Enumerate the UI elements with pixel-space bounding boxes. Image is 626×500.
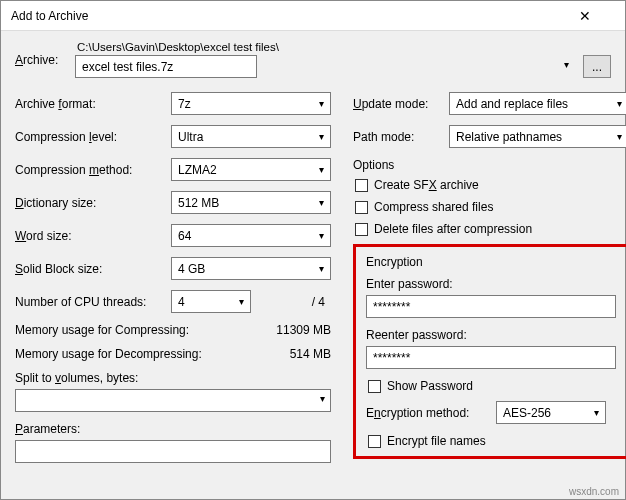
- split-volumes-label: Split to volumes, bytes:: [15, 371, 331, 385]
- shared-checkbox-label: Compress shared files: [374, 200, 493, 214]
- parameters-input[interactable]: [15, 440, 331, 463]
- path-mode-select[interactable]: Relative pathnames ▾: [449, 125, 626, 148]
- dictionary-size-select[interactable]: 512 MB ▾: [171, 191, 331, 214]
- update-mode-label: Update mode:: [353, 97, 441, 111]
- columns: Archive format: 7z ▾ Compression level: …: [15, 92, 611, 463]
- window-title: Add to Archive: [11, 9, 579, 23]
- mem-compress-value: 11309 MB: [247, 323, 331, 337]
- archive-format-value: 7z: [178, 97, 191, 111]
- parameters-label: Parameters:: [15, 422, 331, 436]
- compression-method-value: LZMA2: [178, 163, 217, 177]
- path-mode-value: Relative pathnames: [456, 130, 562, 144]
- split-volumes-input[interactable]: [15, 389, 331, 412]
- mem-decompress-value: 514 MB: [247, 347, 331, 361]
- shared-checkbox[interactable]: [355, 201, 368, 214]
- enter-password-label: Enter password:: [366, 277, 616, 291]
- chevron-down-icon: ▾: [239, 296, 244, 307]
- path-mode-label: Path mode:: [353, 130, 441, 144]
- encryption-group: Encryption Enter password: Reenter passw…: [353, 244, 626, 459]
- update-mode-select[interactable]: Add and replace files ▾: [449, 92, 626, 115]
- archive-filename-input[interactable]: [75, 55, 257, 78]
- chevron-down-icon: ▾: [319, 164, 324, 175]
- delete-checkbox-label: Delete files after compression: [374, 222, 532, 236]
- chevron-down-icon: ▾: [319, 263, 324, 274]
- chevron-down-icon: ▾: [319, 131, 324, 142]
- chevron-down-icon: ▾: [564, 59, 569, 70]
- mem-decompress-label: Memory usage for Decompressing:: [15, 347, 202, 361]
- word-size-select[interactable]: 64 ▾: [171, 224, 331, 247]
- encryption-method-label: Encryption method:: [366, 406, 486, 420]
- sfx-checkbox-label: Create SFX archive: [374, 178, 479, 192]
- archive-filename-wrap: ▾: [75, 55, 575, 78]
- encrypt-filenames-checkbox[interactable]: [368, 435, 381, 448]
- browse-button[interactable]: ...: [583, 55, 611, 78]
- dialog-window: Add to Archive ✕ Archive: C:\Users\Gavin…: [0, 0, 626, 500]
- solid-block-size-select[interactable]: 4 GB ▾: [171, 257, 331, 280]
- archive-path-text: C:\Users\Gavin\Desktop\excel test files\: [75, 41, 611, 53]
- chevron-down-icon: ▾: [319, 98, 324, 109]
- compression-level-label: Compression level:: [15, 130, 163, 144]
- compression-level-select[interactable]: Ultra ▾: [171, 125, 331, 148]
- compression-method-label: Compression method:: [15, 163, 163, 177]
- encryption-method-select[interactable]: AES-256 ▾: [496, 401, 606, 424]
- chevron-down-icon: ▾: [617, 98, 622, 109]
- titlebar: Add to Archive ✕: [1, 1, 625, 31]
- cpu-threads-total: / 4: [257, 295, 325, 309]
- archive-format-select[interactable]: 7z ▾: [171, 92, 331, 115]
- show-password-label: Show Password: [387, 379, 473, 393]
- options-group-title: Options: [353, 158, 626, 172]
- delete-checkbox[interactable]: [355, 223, 368, 236]
- chevron-down-icon: ▾: [319, 197, 324, 208]
- compression-level-value: Ultra: [178, 130, 203, 144]
- chevron-down-icon: ▾: [594, 407, 599, 418]
- right-column: Update mode: Add and replace files ▾ Pat…: [353, 92, 626, 463]
- encrypt-filenames-label: Encrypt file names: [387, 434, 486, 448]
- update-mode-value: Add and replace files: [456, 97, 568, 111]
- close-icon: ✕: [579, 8, 625, 24]
- dictionary-size-value: 512 MB: [178, 196, 219, 210]
- archive-format-label: Archive format:: [15, 97, 163, 111]
- compression-method-select[interactable]: LZMA2 ▾: [171, 158, 331, 181]
- close-button[interactable]: ✕: [579, 1, 625, 31]
- dictionary-size-label: Dictionary size:: [15, 196, 163, 210]
- chevron-down-icon: ▾: [319, 230, 324, 241]
- ellipsis-icon: ...: [592, 60, 602, 74]
- sfx-checkbox[interactable]: [355, 179, 368, 192]
- dialog-content: Archive: C:\Users\Gavin\Desktop\excel te…: [1, 31, 625, 499]
- archive-right: C:\Users\Gavin\Desktop\excel test files\…: [75, 41, 611, 78]
- cpu-threads-value: 4: [178, 295, 185, 309]
- word-size-label: Word size:: [15, 229, 163, 243]
- archive-row: Archive: C:\Users\Gavin\Desktop\excel te…: [15, 41, 611, 78]
- chevron-down-icon: ▾: [617, 131, 622, 142]
- solid-block-size-label: Solid Block size:: [15, 262, 163, 276]
- encryption-title: Encryption: [366, 255, 616, 269]
- watermark-text: wsxdn.com: [569, 486, 619, 497]
- word-size-value: 64: [178, 229, 191, 243]
- mem-compress-label: Memory usage for Compressing:: [15, 323, 189, 337]
- left-column: Archive format: 7z ▾ Compression level: …: [15, 92, 331, 463]
- solid-block-size-value: 4 GB: [178, 262, 205, 276]
- archive-label: Archive:: [15, 41, 65, 67]
- reenter-password-input[interactable]: [366, 346, 616, 369]
- show-password-checkbox[interactable]: [368, 380, 381, 393]
- cpu-threads-select[interactable]: 4 ▾: [171, 290, 251, 313]
- cpu-threads-label: Number of CPU threads:: [15, 295, 163, 309]
- encryption-method-value: AES-256: [503, 406, 551, 420]
- reenter-password-label: Reenter password:: [366, 328, 616, 342]
- enter-password-input[interactable]: [366, 295, 616, 318]
